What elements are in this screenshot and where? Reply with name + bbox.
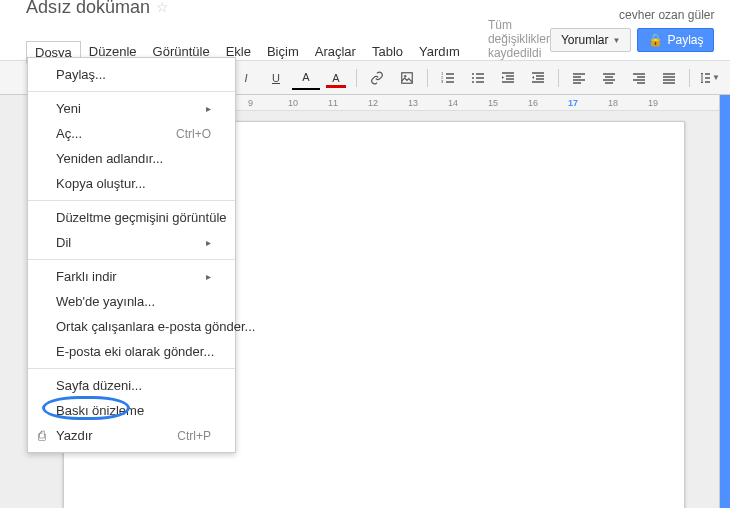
menu-item-pagesetup[interactable]: Sayfa düzeni... [28, 373, 235, 398]
menu-item-language[interactable]: Dil▸ [28, 230, 235, 255]
svg-point-5 [472, 73, 474, 75]
svg-point-1 [404, 75, 406, 77]
user-name[interactable]: cevher ozan güler [619, 8, 714, 22]
doc-title[interactable]: Adsız doküman [26, 0, 150, 18]
menu-item-download[interactable]: Farklı indir▸ [28, 264, 235, 289]
menu-item-print[interactable]: ⎙YazdırCtrl+P [28, 423, 235, 448]
underline-button[interactable]: U [262, 67, 290, 89]
line-spacing-button[interactable]: ▼ [696, 67, 724, 89]
menu-item-open[interactable]: Aç...Ctrl+O [28, 121, 235, 146]
menu-item-rename[interactable]: Yeniden adlandır... [28, 146, 235, 171]
align-center-button[interactable] [595, 67, 623, 89]
indent-button[interactable] [524, 67, 552, 89]
align-right-button[interactable] [625, 67, 653, 89]
menu-item-emailattach[interactable]: E-posta eki olarak gönder... [28, 339, 235, 364]
image-button[interactable] [393, 67, 421, 89]
menu-item-publish[interactable]: Web'de yayınla... [28, 289, 235, 314]
svg-text:3: 3 [441, 79, 444, 84]
menu-item-makecopy[interactable]: Kopya oluştur... [28, 171, 235, 196]
align-justify-button[interactable] [655, 67, 683, 89]
menu-item-revision[interactable]: Düzeltme geçmişini görüntüle [28, 205, 235, 230]
bullet-list-button[interactable] [464, 67, 492, 89]
comments-button[interactable]: Yorumlar▼ [550, 28, 632, 52]
text-color-button[interactable]: A [292, 66, 320, 90]
menu-table[interactable]: Tablo [364, 41, 411, 64]
svg-point-6 [472, 77, 474, 79]
save-status: Tüm değişiklikler kaydedildi [488, 18, 550, 60]
menu-item-printpreview[interactable]: Baskı önizleme [28, 398, 235, 423]
highlight-color-button[interactable]: A [322, 67, 350, 89]
numbered-list-button[interactable]: 123 [434, 67, 462, 89]
lock-icon: 🔒 [648, 33, 663, 47]
chevron-right-icon: ▸ [206, 103, 211, 114]
file-menu-dropdown: Paylaş... Yeni▸ Aç...Ctrl+O Yeniden adla… [27, 57, 236, 453]
share-button[interactable]: 🔒Paylaş [637, 28, 714, 52]
header: Adsız doküman ☆ Dosya Düzenle Görüntüle … [0, 0, 730, 60]
align-left-button[interactable] [565, 67, 593, 89]
menu-tools[interactable]: Araçlar [307, 41, 364, 64]
menu-item-share[interactable]: Paylaş... [28, 62, 235, 87]
outdent-button[interactable] [494, 67, 522, 89]
chevron-right-icon: ▸ [206, 271, 211, 282]
star-icon[interactable]: ☆ [156, 0, 169, 15]
italic-button[interactable]: I [232, 67, 260, 89]
svg-point-7 [472, 81, 474, 83]
link-button[interactable] [363, 67, 391, 89]
menu-item-new[interactable]: Yeni▸ [28, 96, 235, 121]
scrollbar[interactable] [719, 95, 730, 508]
svg-rect-0 [402, 72, 413, 83]
menu-help[interactable]: Yardım [411, 41, 468, 64]
chevron-right-icon: ▸ [206, 237, 211, 248]
menu-format[interactable]: Biçim [259, 41, 307, 64]
print-icon: ⎙ [34, 428, 50, 443]
menu-item-emailcollab[interactable]: Ortak çalışanlara e-posta gönder... [28, 314, 235, 339]
